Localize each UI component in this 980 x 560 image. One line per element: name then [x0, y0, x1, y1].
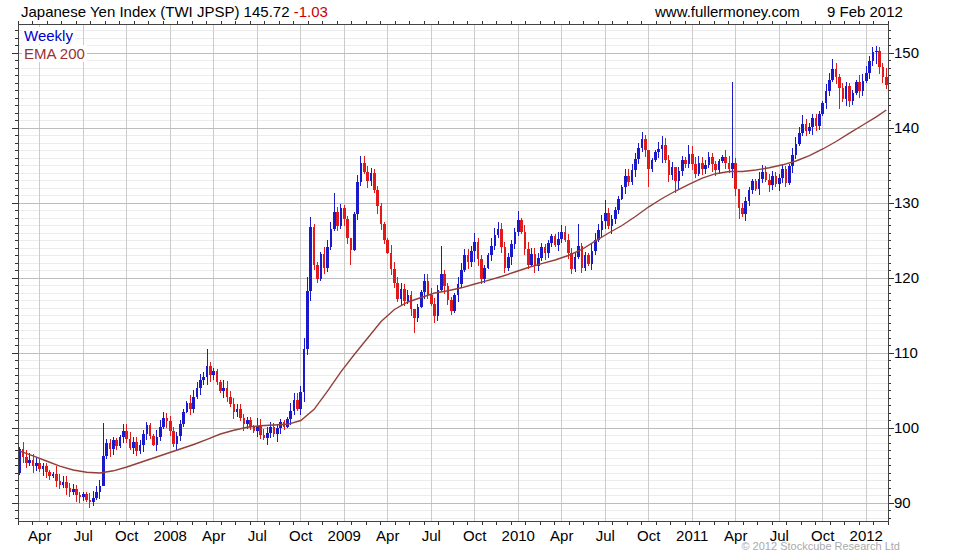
x-axis-label: Apr: [550, 527, 573, 544]
x-axis-label: 2008: [154, 527, 187, 544]
chart-window: 90100110120130140150AprJulOct2008AprJulO…: [0, 0, 980, 560]
x-axis-label: Oct: [115, 527, 139, 544]
y-axis-label: 110: [894, 344, 918, 361]
legend-ema-label: EMA 200: [22, 45, 87, 62]
website-label: www.fullermoney.com: [655, 3, 800, 20]
price-change: -1.03: [294, 3, 328, 20]
x-axis-label: Jul: [422, 527, 441, 544]
x-axis-label: Apr: [28, 527, 51, 544]
legend-weekly-label: Weekly: [22, 27, 75, 44]
weekly-price-bars: [18, 46, 887, 508]
y-axis-label: 150: [894, 44, 919, 61]
x-axis-label: Oct: [463, 527, 487, 544]
x-axis-label: Jul: [596, 527, 615, 544]
x-axis-label: 2009: [328, 527, 361, 544]
copyright-label: © 2012 Stockcube Research Ltd: [741, 540, 900, 552]
x-axis-label: Jul: [248, 527, 267, 544]
x-axis-label: Apr: [202, 527, 225, 544]
x-axis-label: Jul: [74, 527, 93, 544]
gridlines-vertical: [40, 24, 867, 521]
y-axis-labels: 90100110120130140150: [894, 44, 919, 511]
x-axis-label: 2010: [502, 527, 535, 544]
x-axis-label: Apr: [376, 527, 399, 544]
axis-ticks: [12, 21, 894, 525]
x-axis-label: Oct: [637, 527, 661, 544]
x-axis-label: 2011: [676, 527, 708, 544]
y-axis-label: 100: [894, 419, 919, 436]
x-axis-label: Oct: [289, 527, 313, 544]
y-axis-label: 140: [894, 119, 919, 136]
gridlines-minor: [18, 31, 888, 519]
y-axis-label: 120: [894, 269, 919, 286]
instrument-and-price: Japanese Yen Index (TWI JPSP) 145.72: [21, 3, 290, 20]
chart-title: Japanese Yen Index (TWI JPSP) 145.72 -1.…: [21, 3, 328, 20]
price-chart-canvas: 90100110120130140150AprJulOct2008AprJulO…: [0, 0, 980, 560]
y-axis-label: 130: [894, 194, 919, 211]
date-label: 9 Feb 2012: [827, 3, 903, 20]
ema-200-line: [20, 110, 887, 473]
plot-border: [18, 24, 888, 521]
y-axis-label: 90: [894, 494, 911, 511]
